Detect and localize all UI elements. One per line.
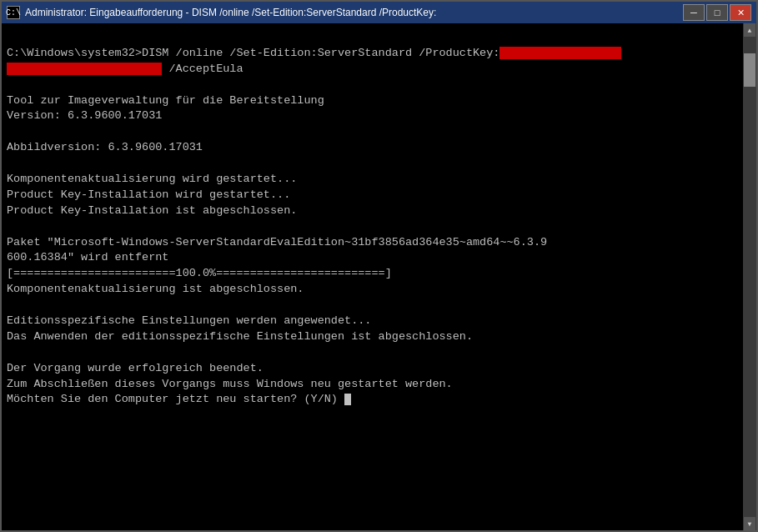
output-line-6: Product Key-Installation ist abgeschloss…	[7, 203, 751, 219]
output-line-9: [========================100.0%=========…	[7, 266, 751, 282]
minimize-button[interactable]: ─	[683, 4, 705, 21]
close-button[interactable]: ✕	[730, 4, 751, 21]
console-output: C:\Windows\system32>DISM /online /Set-Ed…	[7, 30, 751, 408]
output-line-2: Version: 6.3.9600.17031	[7, 108, 751, 124]
cmd-icon: C:\	[7, 6, 20, 19]
blank-line-5	[7, 219, 751, 235]
scroll-down-button[interactable]: ▼	[744, 517, 755, 530]
output-line-11: Editionsspezifische Einstellungen werden…	[7, 314, 751, 329]
scrollbar-thumb[interactable]	[744, 53, 755, 87]
output-line-7: Paket "Microsoft-Windows-ServerStandardE…	[7, 235, 751, 251]
output-line-4: Komponentenaktualisierung wird gestartet…	[7, 172, 751, 188]
blank-line-2	[7, 78, 751, 93]
title-bar-buttons: ─ □ ✕	[683, 4, 751, 21]
blank-line-7	[7, 345, 751, 361]
redacted-key-1: BBBBB-BBBBB-BBBBB-	[499, 47, 621, 59]
output-line-1: Tool zur Imageverwaltung für die Bereits…	[7, 93, 751, 109]
output-line-12: Das Anwenden der editionsspezifische Ein…	[7, 329, 751, 345]
output-line-10: Komponentenaktualisierung ist abgeschlos…	[7, 282, 751, 298]
window-title: Administrator: Eingabeaufforderung - DIS…	[25, 7, 436, 18]
output-line-8: 600.16384" wird entfernt	[7, 250, 751, 266]
console-area[interactable]: C:\Windows\system32>DISM /online /Set-Ed…	[2, 23, 756, 530]
command-text-2: /AcceptEula	[162, 63, 243, 75]
cursor	[344, 394, 351, 405]
scroll-up-button[interactable]: ▲	[744, 23, 755, 37]
scrollbar[interactable]: ▲ ▼	[743, 23, 756, 530]
redacted-key-2: BBBBB-BBBBB-BBBBB-BBBBB	[7, 63, 162, 75]
blank-line-1	[7, 30, 751, 46]
output-line-13: Der Vorgang wurde erfolgreich beendet.	[7, 361, 751, 377]
output-line-3: Abbildversion: 6.3.9600.17031	[7, 140, 751, 156]
maximize-button[interactable]: □	[706, 4, 728, 21]
output-line-15: Möchten Sie den Computer jetzt neu start…	[7, 392, 751, 408]
blank-line-4	[7, 156, 751, 172]
cmd-window: C:\ Administrator: Eingabeaufforderung -…	[0, 0, 758, 532]
blank-line-6	[7, 298, 751, 314]
command-line-2: BBBBB-BBBBB-BBBBB-BBBBB /AcceptEula	[7, 62, 751, 78]
output-line-14: Zum Abschließen dieses Vorgangs muss Win…	[7, 377, 751, 393]
command-text-1: C:\Windows\system32>DISM /online /Set-Ed…	[7, 47, 499, 59]
blank-line-3	[7, 124, 751, 140]
title-bar-left: C:\ Administrator: Eingabeaufforderung -…	[7, 6, 436, 19]
title-bar: C:\ Administrator: Eingabeaufforderung -…	[2, 2, 756, 23]
command-line-1: C:\Windows\system32>DISM /online /Set-Ed…	[7, 46, 751, 62]
output-line-5: Product Key-Installation wird gestartet.…	[7, 188, 751, 203]
